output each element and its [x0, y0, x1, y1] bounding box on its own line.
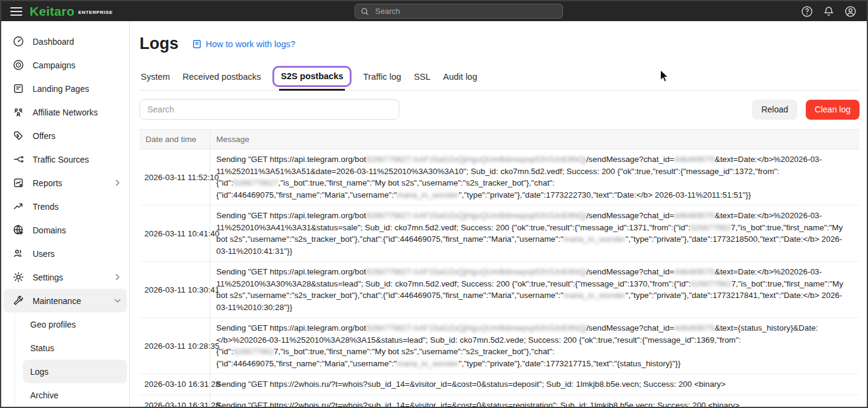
- row-message: Sending "GET https://api.telegram.org/bo…: [210, 318, 860, 374]
- table-row: 2026-03-11 10:41:40Sending "GET https://…: [140, 206, 860, 262]
- column-header-message: Message: [210, 130, 860, 149]
- traffic-sources-icon: [12, 154, 24, 166]
- table-row: 2026-03-10 16:31:28Sending "GET https://…: [140, 395, 860, 408]
- sidebar-item-users[interactable]: Users: [4, 242, 127, 265]
- search-icon: [361, 7, 369, 16]
- sidebar-item-label: Traffic Sources: [33, 155, 89, 164]
- sidebar-item-dashboard[interactable]: Dashboard: [4, 30, 127, 53]
- row-datetime: 2026-03-11 10:30:41: [140, 262, 210, 317]
- table-row: 2026-03-11 11:52:10Sending "GET https://…: [140, 149, 860, 206]
- sidebar-item-label: Campaigns: [33, 60, 76, 70]
- row-message: Sending "GET https://2whois.ru/?t=whois?…: [210, 374, 860, 395]
- log-search-input[interactable]: [140, 99, 399, 120]
- sidebar-item-geo-profiles[interactable]: Geo profiles: [23, 312, 127, 336]
- log-table: Date and time Message 2026-03-11 11:52:1…: [140, 129, 860, 408]
- topbar: Keitaro ENTERPRISE: [1, 1, 867, 21]
- user-avatar-icon[interactable]: [844, 5, 857, 18]
- page-title: Logs: [140, 34, 179, 53]
- redacted-text: 526677962: [690, 223, 731, 232]
- row-message: Sending "GET https://api.telegram.org/bo…: [210, 206, 860, 261]
- redacted-text: 5266779827:AAF15aGZxQjHguQUmBdmwpvp53V3J…: [366, 155, 587, 164]
- app-window: Keitaro ENTERPRISE DashboardCampaignsLan…: [0, 0, 868, 408]
- tab-ssl[interactable]: SSL: [413, 71, 431, 83]
- table-row: 2026-03-10 16:31:28Sending "GET https://…: [140, 374, 860, 395]
- help-icon[interactable]: [801, 5, 813, 18]
- table-body: 2026-03-11 11:52:10Sending "GET https://…: [140, 149, 860, 408]
- topbar-icons: [801, 5, 867, 18]
- landing-pages-icon: [12, 83, 24, 95]
- sidebar-item-label: Dashboard: [33, 37, 74, 47]
- sidebar-item-maintenance[interactable]: Maintenance: [4, 289, 127, 312]
- dashboard-icon: [12, 36, 24, 48]
- chevron-right-icon: [114, 180, 121, 186]
- notifications-bell-icon[interactable]: [823, 5, 835, 18]
- row-datetime: 2026-03-11 10:41:40: [140, 206, 210, 261]
- redacted-text: 5266779827:AAF15aGZxQjHguQUmBdmwpvp53V3J…: [366, 323, 587, 332]
- table-row: 2026-03-11 10:30:41Sending "GET https://…: [140, 262, 860, 318]
- redacted-text: 526677962: [233, 347, 274, 356]
- users-icon: [12, 248, 24, 260]
- chevron-right-icon: [114, 274, 121, 280]
- redacted-text: maria_in_wonder: [397, 190, 459, 199]
- redacted-text: 446469075: [674, 323, 715, 332]
- sidebar-item-label: Domains: [33, 225, 66, 235]
- sidebar-item-affiliate-networks[interactable]: Affiliate Networks: [4, 100, 127, 124]
- hamburger-menu-icon[interactable]: [10, 7, 22, 16]
- row-datetime: 2026-03-10 16:31:28: [140, 374, 210, 395]
- brand-badge: ENTERPRISE: [78, 10, 112, 15]
- redacted-text: 526677962: [691, 279, 731, 288]
- help-link[interactable]: How to work with logs?: [192, 39, 295, 49]
- settings-icon: [12, 271, 24, 283]
- tab-received-postbacks[interactable]: Received postbacks: [181, 71, 262, 83]
- tabs: SystemReceived postbacksS2S postbacksTra…: [140, 63, 860, 91]
- sidebar-item-logs[interactable]: Logs: [23, 360, 127, 383]
- sidebar-item-label: Settings: [33, 273, 63, 282]
- reports-icon: [12, 177, 24, 189]
- redacted-text: 446469075: [674, 267, 715, 276]
- reload-button[interactable]: Reload: [752, 100, 797, 120]
- sidebar-item-label: Trends: [33, 202, 59, 212]
- row-datetime: 2026-03-11 10:28:35: [140, 318, 210, 374]
- sidebar-item-traffic-sources[interactable]: Traffic Sources: [4, 147, 127, 171]
- sidebar-item-settings[interactable]: Settings: [4, 265, 127, 289]
- row-message: Sending "GET https://api.telegram.org/bo…: [210, 149, 860, 205]
- redacted-text: 446469075: [674, 155, 715, 164]
- clean-log-button[interactable]: Clean log: [806, 100, 860, 120]
- sidebar-item-label: Affiliate Networks: [33, 108, 98, 117]
- tab-s2s-postbacks[interactable]: S2S postbacks: [272, 66, 352, 87]
- global-search-input[interactable]: [374, 6, 557, 16]
- redacted-text: maria_in_wonder: [397, 359, 459, 368]
- chevron-down-icon: [114, 297, 121, 304]
- sidebar-item-campaigns[interactable]: Campaigns: [4, 53, 127, 77]
- redacted-text: maria_in_wonder: [564, 291, 626, 300]
- tab-system[interactable]: System: [140, 71, 171, 83]
- sidebar: DashboardCampaignsLanding PagesAffiliate…: [1, 21, 130, 408]
- tab-traffic-log[interactable]: Traffic log: [362, 71, 402, 83]
- redacted-text: 5266779827: [233, 178, 278, 187]
- redacted-text: 5266779827:AAF15aGZxQjHguQUmBdmwpvp53V3J…: [366, 211, 587, 220]
- sidebar-item-status[interactable]: Status: [23, 336, 127, 360]
- global-search[interactable]: [355, 4, 563, 19]
- sidebar-item-domains[interactable]: Domains: [4, 218, 127, 242]
- redacted-text: maria_in_wonder: [564, 235, 626, 244]
- sidebar-item-offers[interactable]: Offers: [4, 124, 127, 147]
- tab-audit-log[interactable]: Audit log: [442, 71, 478, 83]
- book-icon: [192, 39, 202, 49]
- main-content: Logs How to work with logs? SystemReceiv…: [130, 21, 867, 408]
- offers-icon: [12, 130, 24, 142]
- table-row: 2026-03-11 10:28:35Sending "GET https://…: [140, 318, 860, 374]
- maintenance-icon: [12, 295, 24, 307]
- column-header-date: Date and time: [140, 130, 210, 149]
- sidebar-item-reports[interactable]: Reports: [4, 171, 127, 195]
- redacted-text: 5266779827:AAF15aGZxQjHguQUmBdmwpvp53V3J…: [366, 267, 587, 276]
- sidebar-item-label: Offers: [33, 131, 56, 141]
- sidebar-item-archive[interactable]: Archive: [23, 383, 127, 407]
- sidebar-item-landing-pages[interactable]: Landing Pages: [4, 77, 127, 100]
- sidebar-item-trends[interactable]: Trends: [4, 195, 127, 218]
- affiliate-networks-icon: [12, 106, 24, 118]
- row-datetime: 2026-03-11 11:52:10: [140, 149, 210, 205]
- domains-icon: [12, 224, 24, 236]
- sidebar-item-label: Landing Pages: [33, 84, 89, 94]
- row-datetime: 2026-03-10 16:31:28: [140, 395, 210, 408]
- sidebar-item-label: Maintenance: [33, 296, 81, 306]
